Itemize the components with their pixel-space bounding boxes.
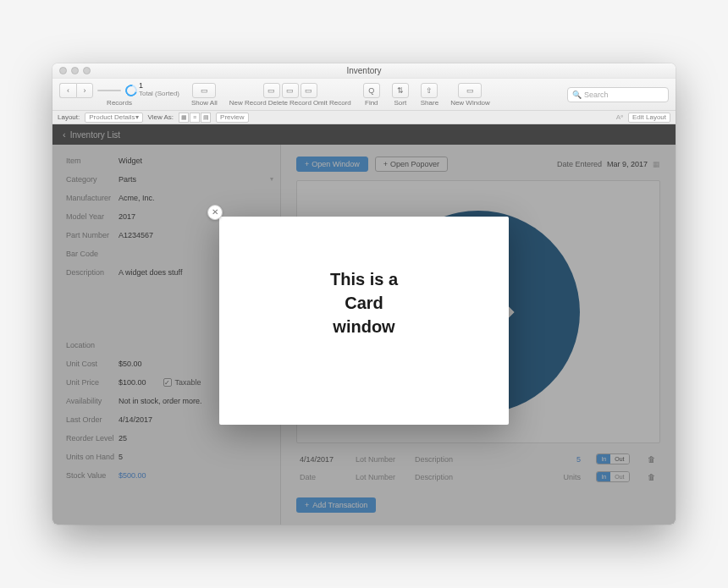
omit-record-button[interactable]: ▭ bbox=[301, 83, 317, 98]
view-table-icon[interactable]: ▤ bbox=[201, 113, 211, 123]
text-size-icon[interactable]: Aᵃ bbox=[616, 113, 623, 121]
window-title: Inventory bbox=[52, 66, 676, 75]
prev-record-button[interactable]: ‹ bbox=[59, 83, 76, 98]
preview-button[interactable]: Preview bbox=[216, 113, 248, 123]
records-label: Records bbox=[107, 99, 132, 107]
new-window-button[interactable]: ▭ bbox=[458, 83, 482, 98]
share-button[interactable]: ⇧ bbox=[421, 83, 438, 98]
content: ‹ Inventory List ItemWidget CategoryPart… bbox=[52, 124, 676, 525]
view-list-icon[interactable]: ≡ bbox=[190, 113, 200, 123]
layout-selector[interactable]: Product Details ▾ bbox=[85, 113, 142, 123]
sort-button[interactable]: ⇅ bbox=[392, 83, 409, 98]
records-pie-icon bbox=[123, 82, 139, 98]
card-message: This is a Card window bbox=[330, 267, 398, 338]
record-status: Total (Sorted) bbox=[139, 91, 179, 98]
app-window: Inventory ‹ › 1 Total (Sorted) Records ▭… bbox=[52, 63, 676, 525]
search-input[interactable]: 🔍 Search bbox=[567, 87, 669, 102]
edit-layout-button[interactable]: Edit Layout bbox=[628, 113, 670, 123]
show-all-button[interactable]: ▭ bbox=[192, 83, 216, 98]
format-bar: Layout: Product Details ▾ View As: ▦ ≡ ▤… bbox=[52, 111, 676, 124]
delete-record-button[interactable]: ▭ bbox=[282, 83, 299, 98]
close-card-button[interactable]: ✕ bbox=[207, 205, 223, 220]
toolbar: ‹ › 1 Total (Sorted) Records ▭ Show All … bbox=[52, 79, 676, 111]
card-window: ✕ This is a Card window bbox=[219, 217, 509, 425]
titlebar: Inventory bbox=[52, 63, 676, 79]
find-button[interactable]: Q bbox=[363, 83, 380, 98]
search-icon: 🔍 bbox=[572, 91, 582, 99]
next-record-button[interactable]: › bbox=[76, 83, 93, 98]
record-slider[interactable] bbox=[97, 90, 121, 91]
view-form-icon[interactable]: ▦ bbox=[179, 113, 189, 123]
new-record-button[interactable]: ▭ bbox=[263, 83, 280, 98]
